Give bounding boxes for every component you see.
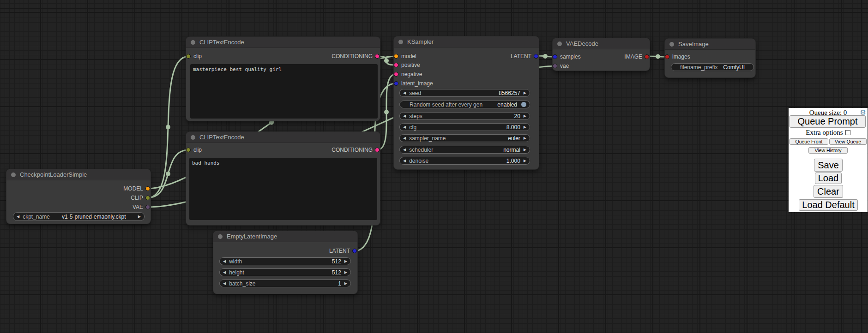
toggle-on-icon[interactable] — [521, 102, 526, 107]
collapse-dot-icon[interactable] — [11, 172, 16, 177]
widget-height[interactable]: ◀ height 512 ▶ — [219, 268, 351, 276]
decrement-arrow-icon[interactable]: ◀ — [17, 215, 19, 219]
queue-front-button[interactable]: Queue Front — [790, 138, 828, 145]
output-slot-model[interactable] — [145, 186, 150, 191]
input-slot-negative[interactable] — [394, 72, 398, 77]
collapse-dot-icon[interactable] — [557, 42, 562, 46]
node-title-bar[interactable]: EmptyLatentImage — [213, 231, 357, 242]
widget-ckpt-name[interactable]: ◀ ckpt_name v1-5-pruned-emaonly.ckpt ▶ — [13, 212, 145, 221]
input-slot-images[interactable] — [665, 54, 669, 59]
input-slot-vae[interactable] — [553, 64, 557, 68]
output-label-latent: LATENT — [511, 53, 531, 59]
widget-scheduler[interactable]: ◀ scheduler normal ▶ — [399, 146, 530, 154]
output-slot-image[interactable] — [645, 54, 649, 59]
node-title-bar[interactable]: KSampler — [394, 36, 539, 48]
collapse-dot-icon[interactable] — [218, 234, 223, 239]
node-save-image[interactable]: SaveImage images filename_prefix ComfyUI — [665, 39, 755, 77]
view-history-button[interactable]: View History — [808, 147, 848, 154]
node-empty-latent-image[interactable]: EmptyLatentImage LATENT ◀ width 512 ▶ ◀ … — [213, 231, 357, 294]
comfyui-graph-canvas[interactable]: { "slot_colors": { "model": "#ff9c0b", "… — [0, 0, 868, 333]
increment-arrow-icon[interactable]: ▶ — [524, 137, 526, 140]
widget-filename-prefix[interactable]: filename_prefix ComfyUI — [671, 63, 754, 71]
widget-random-seed-toggle[interactable]: Random seed after every gen enabled — [399, 101, 530, 108]
node-vae-decode[interactable]: VAEDecode samples vae IMAGE — [553, 38, 650, 71]
node-ksampler[interactable]: KSampler model positive negative latent_… — [394, 36, 539, 169]
collapse-dot-icon[interactable] — [191, 135, 195, 140]
widget-value: 512 — [245, 258, 341, 265]
node-clip-text-encode-negative[interactable]: CLIPTextEncode clip CONDITIONING bad han… — [186, 132, 380, 225]
wire-midpoint-dot — [384, 110, 389, 114]
increment-arrow-icon[interactable]: ▶ — [524, 125, 526, 129]
input-slot-clip[interactable] — [186, 148, 191, 152]
widget-width[interactable]: ◀ width 512 ▶ — [219, 257, 351, 265]
node-title: SaveImage — [678, 41, 709, 48]
node-title: EmptyLatentImage — [227, 233, 277, 240]
output-slot-conditioning[interactable] — [375, 148, 380, 152]
increment-arrow-icon[interactable]: ▶ — [524, 91, 526, 95]
decrement-arrow-icon[interactable]: ◀ — [223, 282, 226, 285]
widget-denoise[interactable]: ◀ denoise 1.000 ▶ — [399, 157, 530, 165]
node-title-bar[interactable]: CLIPTextEncode — [186, 132, 380, 143]
increment-arrow-icon[interactable]: ▶ — [344, 260, 347, 263]
prompt-textarea[interactable]: bad hands — [189, 158, 377, 220]
widget-value: normal — [436, 147, 520, 153]
decrement-arrow-icon[interactable]: ◀ — [403, 137, 406, 140]
widget-value: enabled — [486, 101, 517, 108]
output-slot-clip[interactable] — [145, 196, 150, 200]
load-default-button[interactable]: Load Default — [799, 199, 858, 211]
save-button[interactable]: Save — [814, 159, 843, 172]
increment-arrow-icon[interactable]: ▶ — [344, 282, 347, 285]
widget-sampler-name[interactable]: ◀ sampler_name euler ▶ — [399, 134, 530, 142]
widget-label: seed — [409, 90, 421, 96]
decrement-arrow-icon[interactable]: ◀ — [403, 159, 406, 163]
collapse-dot-icon[interactable] — [191, 40, 195, 45]
node-title-bar[interactable]: CheckpointLoaderSimple — [6, 169, 151, 180]
increment-arrow-icon[interactable]: ▶ — [524, 114, 526, 118]
output-slot-latent[interactable] — [534, 54, 538, 59]
decrement-arrow-icon[interactable]: ◀ — [223, 260, 226, 263]
input-label-clip: clip — [193, 147, 202, 153]
load-button[interactable]: Load — [815, 172, 842, 184]
collapse-dot-icon[interactable] — [398, 40, 403, 44]
extra-options-checkbox[interactable] — [845, 130, 850, 135]
increment-arrow-icon[interactable]: ▶ — [344, 271, 347, 274]
queue-prompt-button[interactable]: Queue Prompt — [790, 115, 866, 128]
widget-batch-size[interactable]: ◀ batch_size 1 ▶ — [219, 279, 351, 287]
widget-seed[interactable]: ◀ seed 8566257 ▶ — [399, 89, 530, 97]
clear-button[interactable]: Clear — [814, 185, 843, 198]
prompt-textarea[interactable]: masterpiece best quality girl — [190, 64, 378, 119]
widget-value: 512 — [247, 269, 341, 276]
widget-steps[interactable]: ◀ steps 20 ▶ — [399, 112, 530, 120]
decrement-arrow-icon[interactable]: ◀ — [403, 114, 406, 118]
view-queue-button[interactable]: View Queue — [829, 138, 867, 145]
collapse-dot-icon[interactable] — [669, 42, 674, 47]
widget-label: denoise — [409, 158, 428, 164]
decrement-arrow-icon[interactable]: ◀ — [403, 91, 406, 95]
increment-arrow-icon[interactable]: ▶ — [138, 215, 141, 219]
widget-label: filename_prefix — [680, 64, 717, 71]
input-slot-clip[interactable] — [186, 54, 191, 59]
widget-label: sampler_name — [409, 135, 446, 142]
node-title: KSampler — [407, 38, 434, 45]
decrement-arrow-icon[interactable]: ◀ — [403, 148, 406, 152]
widget-cfg[interactable]: ◀ cfg 8.000 ▶ — [399, 123, 530, 131]
output-slot-conditioning[interactable] — [375, 54, 380, 59]
node-title-bar[interactable]: VAEDecode — [553, 38, 650, 49]
node-title-bar[interactable]: CLIPTextEncode — [186, 37, 380, 48]
input-label-positive: positive — [401, 62, 420, 68]
node-checkpoint-loader-simple[interactable]: CheckpointLoaderSimple MODEL CLIP VAE ◀ … — [6, 169, 151, 224]
input-slot-samples[interactable] — [553, 54, 557, 59]
output-slot-vae[interactable] — [145, 205, 150, 209]
increment-arrow-icon[interactable]: ▶ — [524, 148, 526, 152]
decrement-arrow-icon[interactable]: ◀ — [223, 271, 226, 274]
input-slot-positive[interactable] — [394, 63, 398, 67]
node-title-bar[interactable]: SaveImage — [665, 39, 755, 50]
input-slot-model[interactable] — [394, 54, 398, 59]
increment-arrow-icon[interactable]: ▶ — [524, 159, 526, 163]
node-clip-text-encode-positive[interactable]: CLIPTextEncode clip CONDITIONING masterp… — [186, 37, 380, 121]
input-slot-latent-image[interactable] — [394, 81, 398, 86]
output-slot-latent[interactable] — [352, 249, 357, 253]
decrement-arrow-icon[interactable]: ◀ — [403, 125, 406, 129]
output-label-conditioning: CONDITIONING — [332, 147, 373, 153]
output-label-conditioning: CONDITIONING — [332, 53, 373, 59]
